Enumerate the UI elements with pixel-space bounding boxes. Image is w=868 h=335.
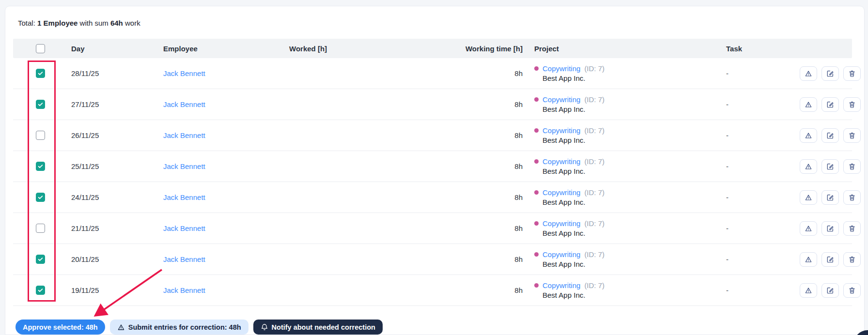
summary-suffix: work <box>125 19 140 27</box>
project-color-dot <box>534 97 539 102</box>
task-cell: - <box>722 162 790 170</box>
row-delete-button[interactable] <box>843 128 861 143</box>
submit-for-correction-label: Submit entries for correction: 48h <box>128 323 241 331</box>
row-warning-button[interactable] <box>800 252 817 267</box>
row-warning-button[interactable] <box>800 159 817 174</box>
row-warning-button[interactable] <box>800 97 817 112</box>
row-warning-button[interactable] <box>800 221 817 236</box>
row-warning-button[interactable] <box>800 283 817 298</box>
col-header-employee: Employee <box>159 45 285 53</box>
project-link[interactable]: Copywriting <box>542 250 580 259</box>
row-checkbox[interactable] <box>36 193 45 202</box>
row-edit-button[interactable] <box>822 128 839 143</box>
row-warning-button[interactable] <box>800 128 817 143</box>
edit-icon <box>826 194 834 201</box>
project-link[interactable]: Copywriting <box>542 188 580 197</box>
row-delete-button[interactable] <box>843 283 861 298</box>
warning-triangle-icon <box>117 323 125 331</box>
project-link[interactable]: Copywriting <box>542 157 580 166</box>
summary-sum-hours: 64h <box>110 19 123 27</box>
employee-link[interactable]: Jack Bennett <box>163 224 205 232</box>
col-header-day: Day <box>67 45 159 53</box>
employee-link[interactable]: Jack Bennett <box>163 69 205 77</box>
row-warning-button[interactable] <box>800 190 817 205</box>
select-all-checkbox[interactable] <box>36 44 45 53</box>
task-cell: - <box>722 224 790 232</box>
table-row: 21/11/25 Jack Bennett 8h Copywriting (ID… <box>13 213 852 244</box>
row-warning-button[interactable] <box>800 66 817 81</box>
row-checkbox[interactable] <box>36 131 45 140</box>
row-checkbox[interactable] <box>36 286 45 295</box>
row-edit-button[interactable] <box>822 190 839 205</box>
employee-link[interactable]: Jack Bennett <box>163 255 205 263</box>
warning-triangle-icon <box>805 163 812 170</box>
row-edit-button[interactable] <box>822 66 839 81</box>
project-id: (ID: 7) <box>584 281 604 289</box>
row-delete-button[interactable] <box>843 252 861 267</box>
row-edit-button[interactable] <box>822 252 839 267</box>
project-link[interactable]: Copywriting <box>542 219 580 228</box>
warning-triangle-icon <box>805 132 812 139</box>
check-icon <box>37 287 44 293</box>
check-icon <box>37 163 44 169</box>
notify-correction-button[interactable]: Notify about needed correction <box>253 320 383 335</box>
working-time-cell: 8h <box>416 100 528 108</box>
warning-triangle-icon <box>805 256 812 263</box>
row-actions <box>790 159 861 174</box>
day-cell: 20/11/25 <box>67 255 159 263</box>
row-delete-button[interactable] <box>843 221 861 236</box>
warning-triangle-icon <box>805 225 812 232</box>
row-checkbox[interactable] <box>36 224 45 233</box>
table-row: 24/11/25 Jack Bennett 8h Copywriting (ID… <box>13 182 852 213</box>
project-link[interactable]: Copywriting <box>542 281 580 289</box>
working-time-cell: 8h <box>416 162 528 170</box>
table-row: 28/11/25 Jack Bennett 8h Copywriting (ID… <box>13 58 852 89</box>
employee-link[interactable]: Jack Bennett <box>163 193 205 201</box>
warning-triangle-icon <box>805 70 812 77</box>
trash-icon <box>848 225 856 232</box>
employee-link[interactable]: Jack Bennett <box>163 131 205 139</box>
row-edit-button[interactable] <box>822 97 839 112</box>
table-row: 19/11/25 Jack Bennett 8h Copywriting (ID… <box>13 275 852 306</box>
approve-selected-button[interactable]: Approve selected: 48h <box>16 320 105 335</box>
project-id: (ID: 7) <box>584 219 604 228</box>
edit-icon <box>826 287 834 294</box>
row-edit-button[interactable] <box>822 221 839 236</box>
edit-icon <box>826 256 834 263</box>
project-id: (ID: 7) <box>584 126 604 135</box>
day-cell: 21/11/25 <box>67 224 159 232</box>
row-delete-button[interactable] <box>843 159 861 174</box>
row-checkbox[interactable] <box>36 255 45 264</box>
project-link[interactable]: Copywriting <box>542 64 580 73</box>
notify-correction-label: Notify about needed correction <box>272 323 375 331</box>
row-actions <box>790 128 861 143</box>
submit-for-correction-button[interactable]: Submit entries for correction: 48h <box>110 320 248 335</box>
row-checkbox[interactable] <box>36 162 45 171</box>
table-row: 20/11/25 Jack Bennett 8h Copywriting (ID… <box>13 244 852 275</box>
working-time-cell: 8h <box>416 131 528 139</box>
employee-link[interactable]: Jack Bennett <box>163 100 205 108</box>
summary-mid: with sum <box>80 19 108 27</box>
row-checkbox[interactable] <box>36 100 45 109</box>
row-checkbox[interactable] <box>36 69 45 78</box>
row-edit-button[interactable] <box>822 159 839 174</box>
project-link[interactable]: Copywriting <box>542 95 580 104</box>
trash-icon <box>848 287 856 294</box>
trash-icon <box>848 101 856 108</box>
row-delete-button[interactable] <box>843 66 861 81</box>
day-cell: 26/11/25 <box>67 131 159 139</box>
row-delete-button[interactable] <box>843 190 861 205</box>
task-cell: - <box>722 131 790 139</box>
project-company: Best App Inc. <box>534 105 718 113</box>
row-delete-button[interactable] <box>843 97 861 112</box>
row-edit-button[interactable] <box>822 283 839 298</box>
project-cell: Copywriting (ID: 7) Best App Inc. <box>528 188 722 206</box>
project-cell: Copywriting (ID: 7) Best App Inc. <box>528 126 722 144</box>
project-link[interactable]: Copywriting <box>542 126 580 135</box>
table-row: 26/11/25 Jack Bennett 8h Copywriting (ID… <box>13 120 852 151</box>
employee-link[interactable]: Jack Bennett <box>163 162 205 170</box>
row-actions <box>790 283 861 298</box>
check-icon <box>37 101 44 107</box>
employee-link[interactable]: Jack Bennett <box>163 286 205 294</box>
project-company: Best App Inc. <box>534 229 718 237</box>
